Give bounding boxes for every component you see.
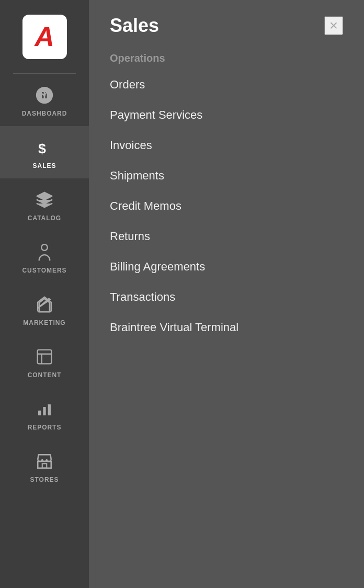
svg-rect-10 xyxy=(38,411,41,415)
menu-item-credit-memos[interactable]: Credit Memos xyxy=(89,191,364,221)
menu-item-payment-services[interactable]: Payment Services xyxy=(89,100,364,130)
sidebar-item-reports[interactable]: REPORTS xyxy=(0,388,89,440)
marketing-icon xyxy=(34,294,55,315)
menu-item-billing-agreements[interactable]: Billing Agreements xyxy=(89,252,364,282)
catalog-icon xyxy=(34,189,55,210)
sales-icon: $ xyxy=(34,137,55,158)
sidebar-nav: DASHBOARD $ SALES CATALOG xyxy=(0,74,89,588)
dashboard-label: DASHBOARD xyxy=(22,110,67,117)
catalog-label: CATALOG xyxy=(28,214,61,222)
logo-container: A xyxy=(0,0,89,73)
stores-icon xyxy=(34,451,55,472)
menu-item-transactions[interactable]: Transactions xyxy=(89,282,364,312)
section-operations-label: Operations xyxy=(89,42,364,70)
svg-rect-7 xyxy=(38,350,52,364)
logo-icon: A xyxy=(35,23,54,50)
sidebar-item-stores[interactable]: STORES xyxy=(0,440,89,492)
dashboard-icon xyxy=(34,85,55,106)
stores-label: STORES xyxy=(30,476,59,483)
menu-item-shipments[interactable]: Shipments xyxy=(89,161,364,191)
svg-rect-13 xyxy=(38,461,51,468)
operations-menu: Orders Payment Services Invoices Shipmen… xyxy=(89,70,364,353)
sidebar-item-catalog[interactable]: CATALOG xyxy=(0,178,89,231)
svg-text:$: $ xyxy=(38,141,46,156)
sidebar-item-sales[interactable]: $ SALES xyxy=(0,126,89,178)
sidebar-item-marketing[interactable]: MARKETING xyxy=(0,283,89,335)
sidebar-item-dashboard[interactable]: DASHBOARD xyxy=(0,74,89,126)
logo-box: A xyxy=(22,15,67,59)
menu-item-orders[interactable]: Orders xyxy=(89,70,364,100)
sales-panel: Sales × Operations Orders Payment Servic… xyxy=(89,0,364,588)
reports-label: REPORTS xyxy=(28,424,62,431)
svg-rect-14 xyxy=(42,463,47,468)
panel-header: Sales × xyxy=(89,0,364,42)
customers-label: CUSTOMERS xyxy=(22,267,66,274)
marketing-label: MARKETING xyxy=(23,319,65,326)
menu-item-returns[interactable]: Returns xyxy=(89,221,364,252)
customers-icon xyxy=(34,242,55,263)
sidebar-item-customers[interactable]: CUSTOMERS xyxy=(0,231,89,283)
menu-item-braintree[interactable]: Braintree Virtual Terminal xyxy=(89,312,364,343)
sales-label: SALES xyxy=(33,162,56,169)
reports-icon xyxy=(34,399,55,420)
svg-rect-12 xyxy=(48,404,51,415)
svg-point-3 xyxy=(43,94,46,97)
close-button[interactable]: × xyxy=(324,16,343,35)
svg-rect-11 xyxy=(43,407,46,415)
menu-item-invoices[interactable]: Invoices xyxy=(89,130,364,161)
sidebar-item-content[interactable]: CONTENT xyxy=(0,335,89,388)
panel-title: Sales xyxy=(110,15,159,37)
content-icon xyxy=(34,346,55,367)
content-label: CONTENT xyxy=(28,371,62,379)
sidebar: A DASHBOARD $ xyxy=(0,0,89,588)
svg-point-5 xyxy=(41,244,48,251)
